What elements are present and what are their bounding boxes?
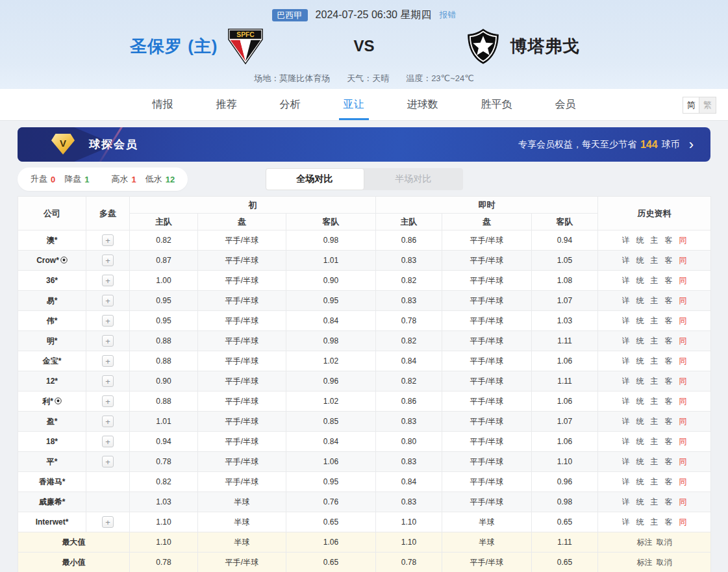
history-link-详[interactable]: 详	[622, 397, 630, 406]
history-link-统[interactable]: 统	[636, 377, 644, 386]
company-cell[interactable]: 利*	[18, 392, 86, 412]
history-link-客[interactable]: 客	[665, 457, 673, 466]
expand-plus-button[interactable]: +	[102, 234, 114, 246]
company-cell[interactable]: 易*	[18, 291, 86, 311]
history-link-详[interactable]: 详	[622, 236, 630, 245]
company-cell[interactable]: 盈*	[18, 412, 86, 432]
history-link-统[interactable]: 统	[636, 236, 644, 245]
history-link-同[interactable]: 同	[679, 477, 687, 486]
expand-plus-button[interactable]: +	[102, 456, 114, 467]
history-link-统[interactable]: 统	[636, 437, 644, 446]
history-link-主[interactable]: 主	[651, 397, 659, 406]
nav-tab-分析[interactable]: 分析	[279, 90, 302, 119]
history-link-客[interactable]: 客	[665, 336, 673, 345]
lang-traditional-button[interactable]: 繁	[699, 97, 716, 114]
history-link-主[interactable]: 主	[651, 276, 659, 285]
history-link-客[interactable]: 客	[665, 417, 673, 426]
history-link-客[interactable]: 客	[665, 236, 673, 245]
away-team-name[interactable]: 博塔弗戈	[510, 35, 581, 58]
nav-tab-推荐[interactable]: 推荐	[215, 90, 238, 119]
summary-action-标注[interactable]: 标注	[637, 538, 653, 547]
history-link-详[interactable]: 详	[622, 296, 630, 305]
history-link-同[interactable]: 同	[679, 296, 687, 305]
company-cell[interactable]: 香港马*	[18, 472, 86, 492]
history-link-客[interactable]: 客	[665, 477, 673, 486]
company-cell[interactable]: 36*	[18, 271, 86, 291]
summary-action-取消[interactable]: 取消	[657, 538, 672, 547]
history-link-统[interactable]: 统	[636, 276, 644, 285]
history-link-详[interactable]: 详	[622, 316, 630, 325]
expand-plus-button[interactable]: +	[102, 436, 114, 447]
history-link-详[interactable]: 详	[622, 517, 630, 527]
history-link-客[interactable]: 客	[665, 316, 673, 325]
history-link-统[interactable]: 统	[636, 296, 644, 305]
history-link-同[interactable]: 同	[679, 457, 687, 466]
expand-plus-button[interactable]: +	[102, 355, 114, 367]
expand-plus-button[interactable]: +	[102, 395, 114, 407]
expand-plus-button[interactable]: +	[102, 315, 114, 327]
home-team-name[interactable]: 圣保罗 (主)	[130, 35, 218, 58]
history-link-统[interactable]: 统	[636, 397, 644, 406]
expand-plus-button[interactable]: +	[102, 275, 114, 286]
company-cell[interactable]: 明*	[18, 331, 86, 351]
history-link-统[interactable]: 统	[636, 457, 644, 466]
history-link-主[interactable]: 主	[651, 377, 659, 386]
company-cell[interactable]: Interwet*	[18, 512, 86, 532]
history-link-客[interactable]: 客	[665, 377, 673, 386]
history-link-统[interactable]: 统	[636, 517, 644, 527]
expand-plus-button[interactable]: +	[102, 516, 114, 528]
company-cell[interactable]: 威廉希*	[18, 492, 86, 512]
company-cell[interactable]: 伟*	[18, 311, 86, 331]
nav-tab-情报[interactable]: 情报	[151, 90, 175, 119]
expand-plus-button[interactable]: +	[102, 255, 114, 266]
history-link-详[interactable]: 详	[622, 417, 630, 426]
history-link-客[interactable]: 客	[665, 276, 673, 285]
history-link-统[interactable]: 统	[636, 417, 644, 426]
history-link-统[interactable]: 统	[636, 316, 644, 325]
nav-tab-亚让[interactable]: 亚让	[342, 90, 366, 119]
company-cell[interactable]: 平*	[18, 452, 86, 472]
history-link-详[interactable]: 详	[622, 457, 630, 466]
nav-tab-进球数[interactable]: 进球数	[406, 90, 440, 119]
history-link-同[interactable]: 同	[679, 497, 687, 506]
summary-action-取消[interactable]: 取消	[657, 558, 672, 567]
report-error-link[interactable]: 报错	[439, 9, 456, 21]
history-link-客[interactable]: 客	[665, 437, 673, 446]
history-link-详[interactable]: 详	[622, 437, 630, 446]
history-link-主[interactable]: 主	[651, 497, 659, 506]
nav-tab-会员[interactable]: 会员	[554, 90, 577, 119]
half-match-tab[interactable]: 半场对比	[364, 168, 463, 190]
history-link-客[interactable]: 客	[665, 497, 673, 506]
company-cell[interactable]: 澳*	[18, 230, 86, 251]
history-link-同[interactable]: 同	[679, 397, 687, 406]
history-link-详[interactable]: 详	[622, 276, 630, 285]
history-link-同[interactable]: 同	[679, 356, 687, 366]
history-link-详[interactable]: 详	[622, 497, 630, 506]
history-link-详[interactable]: 详	[622, 377, 630, 386]
company-cell[interactable]: 18*	[18, 432, 86, 452]
nav-tab-胜平负[interactable]: 胜平负	[480, 90, 514, 119]
history-link-主[interactable]: 主	[651, 477, 659, 486]
history-link-同[interactable]: 同	[679, 256, 687, 265]
expand-plus-button[interactable]: +	[102, 416, 114, 427]
history-link-统[interactable]: 统	[636, 477, 644, 486]
history-link-同[interactable]: 同	[679, 417, 687, 426]
lang-simplified-button[interactable]: 简	[683, 97, 699, 114]
history-link-同[interactable]: 同	[679, 517, 687, 527]
summary-action-标注[interactable]: 标注	[637, 558, 653, 567]
history-link-同[interactable]: 同	[679, 236, 687, 245]
history-link-主[interactable]: 主	[651, 437, 659, 446]
history-link-主[interactable]: 主	[651, 457, 659, 466]
vip-banner[interactable]: V 球探会员 专享会员权益，每天至少节省 144 球币 ›	[18, 127, 710, 162]
history-link-统[interactable]: 统	[636, 497, 644, 506]
history-link-详[interactable]: 详	[622, 256, 630, 265]
history-link-详[interactable]: 详	[622, 356, 630, 366]
vip-promo-link[interactable]: 专享会员权益，每天至少节省 144 球币 ›	[518, 138, 694, 152]
history-link-客[interactable]: 客	[665, 397, 673, 406]
history-link-同[interactable]: 同	[679, 377, 687, 386]
history-link-同[interactable]: 同	[679, 316, 687, 325]
history-link-客[interactable]: 客	[665, 517, 673, 527]
history-link-同[interactable]: 同	[679, 276, 687, 285]
expand-plus-button[interactable]: +	[102, 295, 114, 306]
full-match-tab[interactable]: 全场对比	[266, 168, 364, 190]
